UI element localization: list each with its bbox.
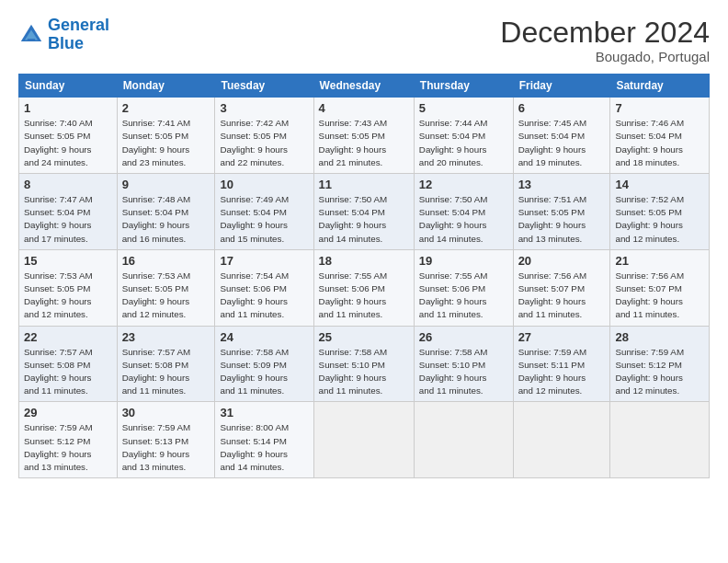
day-number: 13 bbox=[518, 178, 606, 191]
day-info: Sunrise: 7:45 AM Sunset: 5:04 PM Dayligh… bbox=[518, 117, 606, 169]
day-info: Sunrise: 7:41 AM Sunset: 5:05 PM Dayligh… bbox=[122, 117, 210, 169]
day-number: 15 bbox=[24, 254, 112, 268]
day-info: Sunrise: 7:58 AM Sunset: 5:09 PM Dayligh… bbox=[220, 346, 308, 398]
col-tuesday: Tuesday bbox=[215, 75, 313, 98]
day-info: Sunrise: 7:55 AM Sunset: 5:06 PM Dayligh… bbox=[419, 270, 508, 322]
calendar-cell: 14Sunrise: 7:52 AM Sunset: 5:05 PM Dayli… bbox=[610, 174, 710, 250]
day-number: 20 bbox=[518, 254, 606, 268]
day-info: Sunrise: 7:50 AM Sunset: 5:04 PM Dayligh… bbox=[319, 193, 409, 246]
day-number: 22 bbox=[24, 330, 112, 344]
day-number: 2 bbox=[122, 101, 210, 115]
day-info: Sunrise: 7:48 AM Sunset: 5:04 PM Dayligh… bbox=[122, 193, 210, 246]
calendar-cell: 29Sunrise: 7:59 AM Sunset: 5:12 PM Dayli… bbox=[19, 402, 118, 478]
day-info: Sunrise: 7:56 AM Sunset: 5:07 PM Dayligh… bbox=[518, 270, 606, 322]
day-number: 21 bbox=[615, 254, 704, 268]
header: General Blue December 2024 Bougado, Port… bbox=[18, 17, 710, 64]
header-row: Sunday Monday Tuesday Wednesday Thursday… bbox=[19, 75, 710, 98]
calendar-cell: 20Sunrise: 7:56 AM Sunset: 5:07 PM Dayli… bbox=[513, 249, 610, 326]
calendar-week-row: 29Sunrise: 7:59 AM Sunset: 5:12 PM Dayli… bbox=[19, 402, 710, 478]
calendar-cell: 30Sunrise: 7:59 AM Sunset: 5:13 PM Dayli… bbox=[117, 402, 215, 478]
logo: General Blue bbox=[18, 17, 109, 53]
calendar-cell: 1Sunrise: 7:40 AM Sunset: 5:05 PM Daylig… bbox=[19, 98, 118, 174]
calendar-cell: 7Sunrise: 7:46 AM Sunset: 5:04 PM Daylig… bbox=[610, 98, 710, 174]
day-number: 11 bbox=[319, 178, 409, 191]
day-number: 10 bbox=[220, 178, 308, 191]
day-info: Sunrise: 7:59 AM Sunset: 5:13 PM Dayligh… bbox=[122, 421, 210, 474]
day-number: 23 bbox=[122, 330, 210, 344]
day-info: Sunrise: 7:43 AM Sunset: 5:05 PM Dayligh… bbox=[319, 117, 409, 169]
day-info: Sunrise: 7:56 AM Sunset: 5:07 PM Dayligh… bbox=[615, 270, 704, 322]
day-info: Sunrise: 7:40 AM Sunset: 5:05 PM Dayligh… bbox=[24, 117, 112, 169]
day-number: 24 bbox=[220, 330, 308, 344]
calendar-cell bbox=[313, 402, 414, 478]
svg-rect-2 bbox=[28, 39, 35, 41]
calendar-week-row: 15Sunrise: 7:53 AM Sunset: 5:05 PM Dayli… bbox=[19, 249, 710, 326]
calendar-cell: 24Sunrise: 7:58 AM Sunset: 5:09 PM Dayli… bbox=[215, 326, 313, 402]
day-number: 1 bbox=[24, 101, 112, 115]
calendar-week-row: 8Sunrise: 7:47 AM Sunset: 5:04 PM Daylig… bbox=[19, 174, 710, 250]
day-number: 12 bbox=[419, 178, 508, 191]
col-saturday: Saturday bbox=[610, 75, 710, 98]
calendar-cell: 31Sunrise: 8:00 AM Sunset: 5:14 PM Dayli… bbox=[215, 402, 313, 478]
col-wednesday: Wednesday bbox=[313, 75, 414, 98]
calendar-week-row: 22Sunrise: 7:57 AM Sunset: 5:08 PM Dayli… bbox=[19, 326, 710, 402]
day-info: Sunrise: 7:52 AM Sunset: 5:05 PM Dayligh… bbox=[615, 193, 704, 246]
day-info: Sunrise: 8:00 AM Sunset: 5:14 PM Dayligh… bbox=[220, 421, 308, 474]
day-info: Sunrise: 7:59 AM Sunset: 5:11 PM Dayligh… bbox=[518, 346, 606, 398]
calendar-cell: 25Sunrise: 7:58 AM Sunset: 5:10 PM Dayli… bbox=[313, 326, 414, 402]
calendar-cell bbox=[414, 402, 513, 478]
day-info: Sunrise: 7:59 AM Sunset: 5:12 PM Dayligh… bbox=[24, 421, 112, 474]
day-number: 27 bbox=[518, 330, 606, 344]
day-number: 26 bbox=[419, 330, 508, 344]
subtitle: Bougado, Portugal bbox=[500, 49, 710, 64]
day-number: 18 bbox=[319, 254, 409, 268]
col-monday: Monday bbox=[117, 75, 215, 98]
title-block: December 2024 Bougado, Portugal bbox=[500, 17, 710, 64]
calendar-cell: 16Sunrise: 7:53 AM Sunset: 5:05 PM Dayli… bbox=[117, 249, 215, 326]
day-number: 4 bbox=[319, 101, 409, 115]
day-info: Sunrise: 7:49 AM Sunset: 5:04 PM Dayligh… bbox=[220, 193, 308, 246]
day-number: 30 bbox=[122, 406, 210, 419]
day-info: Sunrise: 7:51 AM Sunset: 5:05 PM Dayligh… bbox=[518, 193, 606, 246]
day-number: 31 bbox=[220, 406, 308, 419]
calendar-cell: 11Sunrise: 7:50 AM Sunset: 5:04 PM Dayli… bbox=[313, 174, 414, 250]
calendar-cell: 23Sunrise: 7:57 AM Sunset: 5:08 PM Dayli… bbox=[117, 326, 215, 402]
day-number: 28 bbox=[615, 330, 704, 344]
logo-icon bbox=[18, 22, 44, 48]
day-info: Sunrise: 7:54 AM Sunset: 5:06 PM Dayligh… bbox=[220, 270, 308, 322]
calendar-cell: 8Sunrise: 7:47 AM Sunset: 5:04 PM Daylig… bbox=[19, 174, 118, 250]
calendar-cell: 15Sunrise: 7:53 AM Sunset: 5:05 PM Dayli… bbox=[19, 249, 118, 326]
day-number: 6 bbox=[518, 101, 606, 115]
calendar-cell: 3Sunrise: 7:42 AM Sunset: 5:05 PM Daylig… bbox=[215, 98, 313, 174]
calendar-table: Sunday Monday Tuesday Wednesday Thursday… bbox=[18, 74, 710, 478]
calendar-cell: 13Sunrise: 7:51 AM Sunset: 5:05 PM Dayli… bbox=[513, 174, 610, 250]
day-number: 9 bbox=[122, 178, 210, 191]
day-info: Sunrise: 7:58 AM Sunset: 5:10 PM Dayligh… bbox=[319, 346, 409, 398]
day-info: Sunrise: 7:47 AM Sunset: 5:04 PM Dayligh… bbox=[24, 193, 112, 246]
day-info: Sunrise: 7:53 AM Sunset: 5:05 PM Dayligh… bbox=[24, 270, 112, 322]
calendar-cell: 12Sunrise: 7:50 AM Sunset: 5:04 PM Dayli… bbox=[414, 174, 513, 250]
day-number: 19 bbox=[419, 254, 508, 268]
day-number: 17 bbox=[220, 254, 308, 268]
calendar-cell: 22Sunrise: 7:57 AM Sunset: 5:08 PM Dayli… bbox=[19, 326, 118, 402]
calendar-cell: 27Sunrise: 7:59 AM Sunset: 5:11 PM Dayli… bbox=[513, 326, 610, 402]
day-number: 7 bbox=[615, 101, 704, 115]
day-info: Sunrise: 7:55 AM Sunset: 5:06 PM Dayligh… bbox=[319, 270, 409, 322]
col-friday: Friday bbox=[513, 75, 610, 98]
calendar-cell: 5Sunrise: 7:44 AM Sunset: 5:04 PM Daylig… bbox=[414, 98, 513, 174]
calendar-cell bbox=[513, 402, 610, 478]
day-info: Sunrise: 7:46 AM Sunset: 5:04 PM Dayligh… bbox=[615, 117, 704, 169]
calendar-cell: 4Sunrise: 7:43 AM Sunset: 5:05 PM Daylig… bbox=[313, 98, 414, 174]
day-info: Sunrise: 7:57 AM Sunset: 5:08 PM Dayligh… bbox=[122, 346, 210, 398]
calendar-cell: 9Sunrise: 7:48 AM Sunset: 5:04 PM Daylig… bbox=[117, 174, 215, 250]
day-number: 25 bbox=[319, 330, 409, 344]
calendar-cell: 10Sunrise: 7:49 AM Sunset: 5:04 PM Dayli… bbox=[215, 174, 313, 250]
day-number: 3 bbox=[220, 101, 308, 115]
calendar-cell: 21Sunrise: 7:56 AM Sunset: 5:07 PM Dayli… bbox=[610, 249, 710, 326]
day-number: 8 bbox=[24, 178, 112, 191]
calendar-cell: 6Sunrise: 7:45 AM Sunset: 5:04 PM Daylig… bbox=[513, 98, 610, 174]
day-info: Sunrise: 7:50 AM Sunset: 5:04 PM Dayligh… bbox=[419, 193, 508, 246]
day-info: Sunrise: 7:42 AM Sunset: 5:05 PM Dayligh… bbox=[220, 117, 308, 169]
calendar-week-row: 1Sunrise: 7:40 AM Sunset: 5:05 PM Daylig… bbox=[19, 98, 710, 174]
day-info: Sunrise: 7:53 AM Sunset: 5:05 PM Dayligh… bbox=[122, 270, 210, 322]
